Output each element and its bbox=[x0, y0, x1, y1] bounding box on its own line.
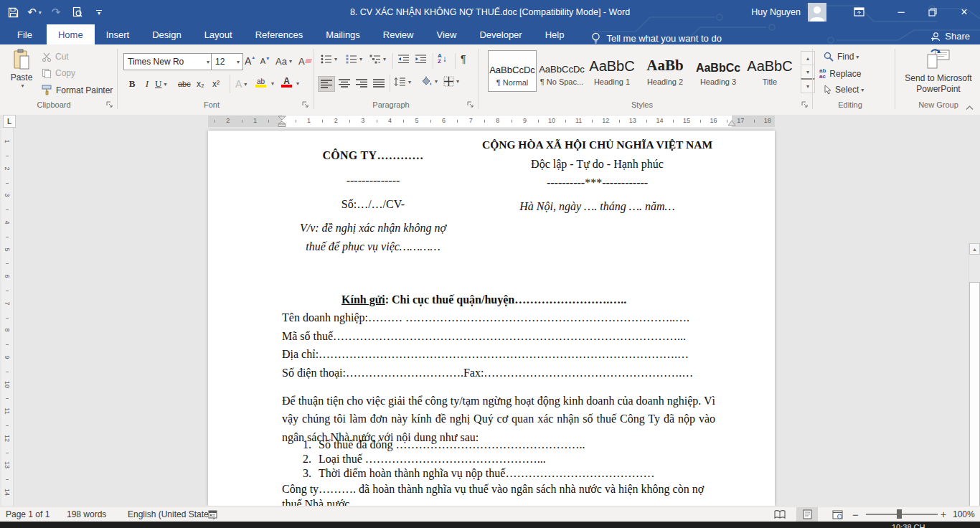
undo-icon[interactable]: ↶▾ bbox=[27, 4, 42, 20]
multilevel-dropdown-icon[interactable]: ▾ bbox=[383, 56, 386, 62]
save-icon[interactable] bbox=[6, 4, 20, 20]
justify-button[interactable] bbox=[371, 76, 387, 90]
tab-developer[interactable]: Developer bbox=[468, 24, 533, 44]
underline-dropdown-icon[interactable]: ▾ bbox=[164, 81, 166, 88]
ribbon-display-options-icon[interactable] bbox=[845, 0, 872, 24]
tab-references[interactable]: References bbox=[244, 24, 314, 44]
subscript-button[interactable]: x₂ bbox=[197, 76, 204, 92]
line-spacing-dropdown-icon[interactable]: ▾ bbox=[408, 79, 411, 85]
styles-dialog-launcher-icon[interactable] bbox=[801, 101, 809, 108]
h-ruler-band[interactable]: 21123456789101112131415161718 bbox=[208, 116, 775, 127]
send-to-powerpoint-button[interactable]: Send to Microsoft PowerPoint bbox=[898, 49, 979, 99]
paragraph-dialog-launcher-icon[interactable] bbox=[467, 101, 474, 108]
format-painter-button[interactable]: Format Painter bbox=[42, 85, 113, 95]
decrease-indent-button[interactable] bbox=[397, 55, 410, 64]
tab-mailings[interactable]: Mailings bbox=[314, 24, 372, 44]
shading-button[interactable]: ▾ bbox=[420, 76, 438, 87]
document-page[interactable]: CÔNG TY………… -------------- Số:…/…/CV- V/… bbox=[208, 131, 775, 506]
vertical-scrollbar[interactable]: ▲ ▼ bbox=[968, 242, 980, 506]
restore-button[interactable] bbox=[917, 0, 948, 24]
styles-scroll-down-icon[interactable]: ▾ bbox=[801, 65, 815, 79]
font-color-dropdown-icon[interactable]: ▾ bbox=[296, 80, 299, 87]
font-family-combobox[interactable]: Times New Ro▾ bbox=[123, 53, 213, 70]
zoom-slider-track[interactable] bbox=[866, 514, 938, 515]
tab-help[interactable]: Help bbox=[534, 24, 576, 44]
read-mode-button[interactable] bbox=[769, 507, 791, 522]
numbering-button[interactable]: ▾ bbox=[346, 55, 362, 64]
right-indent-marker-icon[interactable] bbox=[727, 120, 736, 127]
tab-layout[interactable]: Layout bbox=[193, 24, 244, 44]
shrink-font-button[interactable]: A▾ bbox=[258, 53, 271, 69]
font-family-dropdown-icon[interactable]: ▾ bbox=[207, 59, 209, 65]
zoom-in-button[interactable]: + bbox=[941, 506, 946, 522]
bullets-dropdown-icon[interactable]: ▾ bbox=[334, 56, 337, 62]
zoom-slider-thumb[interactable] bbox=[897, 509, 902, 519]
language-indicator[interactable]: English (United States) bbox=[128, 506, 216, 522]
macro-record-icon[interactable] bbox=[208, 506, 217, 522]
find-dropdown-icon[interactable]: ▾ bbox=[856, 54, 859, 60]
italic-button[interactable]: I bbox=[142, 76, 152, 92]
sort-button[interactable]: AZ ↓ bbox=[438, 53, 447, 65]
style-heading3[interactable]: AaBbCc Heading 3 bbox=[694, 50, 742, 90]
show-hide-marks-button[interactable]: ¶ bbox=[461, 53, 466, 65]
paste-dropdown-icon[interactable]: ▾ bbox=[21, 82, 24, 89]
tab-design[interactable]: Design bbox=[141, 24, 192, 44]
print-preview-icon[interactable] bbox=[70, 4, 85, 20]
tell-me-box[interactable]: Tell me what you want to do bbox=[591, 32, 721, 44]
font-color-button[interactable]: A bbox=[281, 75, 292, 90]
share-button[interactable]: Share bbox=[930, 31, 970, 42]
highlight-dropdown-icon[interactable]: ▾ bbox=[271, 80, 274, 87]
tab-insert[interactable]: Insert bbox=[95, 24, 141, 44]
indent-markers-left-icon[interactable] bbox=[277, 116, 287, 127]
numbering-dropdown-icon[interactable]: ▾ bbox=[359, 56, 362, 62]
user-name[interactable]: Huy Nguyen bbox=[751, 7, 801, 17]
select-button[interactable]: Select ▾ bbox=[824, 85, 864, 95]
bullets-button[interactable]: ▾ bbox=[321, 55, 337, 64]
styles-more-icon[interactable]: ▾ bbox=[801, 78, 815, 93]
strikethrough-button[interactable]: abc bbox=[178, 76, 191, 92]
clipboard-dialog-launcher-icon[interactable] bbox=[106, 101, 113, 108]
word-count[interactable]: 198 words bbox=[67, 506, 106, 522]
zoom-level[interactable]: 100% bbox=[953, 506, 975, 522]
font-dialog-launcher-icon[interactable] bbox=[302, 101, 309, 108]
bold-button[interactable]: B bbox=[126, 76, 138, 92]
increase-indent-button[interactable] bbox=[415, 55, 427, 64]
style-heading2[interactable]: AaBb Heading 2 bbox=[641, 50, 689, 90]
v-ruler-band[interactable]: 1234567891011121314 bbox=[1, 128, 14, 506]
style-heading1[interactable]: AaBbC Heading 1 bbox=[588, 50, 636, 90]
style-title[interactable]: AaBbC Title bbox=[746, 50, 793, 90]
shading-dropdown-icon[interactable]: ▾ bbox=[435, 78, 438, 85]
tab-file[interactable]: File bbox=[3, 24, 47, 44]
align-left-button[interactable] bbox=[318, 76, 335, 92]
multilevel-list-button[interactable]: ▾ bbox=[369, 55, 386, 64]
change-case-button[interactable]: Aa▾ bbox=[275, 53, 292, 69]
font-size-dropdown-icon[interactable]: ▾ bbox=[237, 59, 240, 65]
zoom-out-button[interactable]: − bbox=[852, 506, 859, 522]
replace-button[interactable]: abac Replace bbox=[819, 68, 861, 80]
superscript-button[interactable]: x² bbox=[212, 76, 220, 92]
customize-quick-access-icon[interactable]: ▾ bbox=[92, 4, 106, 20]
borders-dropdown-icon[interactable]: ▾ bbox=[456, 78, 459, 85]
styles-scroll-up-icon[interactable]: ▴ bbox=[801, 51, 815, 65]
minimize-button[interactable]: ─ bbox=[885, 0, 917, 24]
page-indicator[interactable]: Page 1 of 1 bbox=[6, 506, 50, 522]
borders-button[interactable]: ▾ bbox=[443, 76, 459, 87]
scroll-up-icon[interactable]: ▲ bbox=[969, 243, 980, 255]
align-right-button[interactable] bbox=[354, 76, 369, 90]
tab-review[interactable]: Review bbox=[372, 24, 425, 44]
clear-formatting-button[interactable]: A bbox=[298, 53, 311, 69]
avatar[interactable] bbox=[808, 3, 826, 22]
select-dropdown-icon[interactable]: ▾ bbox=[861, 87, 864, 93]
highlight-color-button[interactable]: ab bbox=[255, 75, 266, 90]
underline-button[interactable]: U▾ bbox=[155, 76, 166, 92]
collapse-ribbon-icon[interactable] bbox=[960, 103, 979, 113]
tab-selector-button[interactable]: L bbox=[3, 115, 16, 128]
print-layout-button[interactable] bbox=[796, 507, 818, 522]
grow-font-button[interactable]: A▴ bbox=[242, 53, 257, 69]
web-layout-button[interactable] bbox=[826, 507, 848, 522]
scrollbar-thumb[interactable] bbox=[969, 282, 980, 506]
find-button[interactable]: Find ▾ bbox=[824, 52, 859, 62]
font-size-combobox[interactable]: 12▾ bbox=[211, 53, 243, 70]
style-no-spacing[interactable]: AaBbCcDc ¶ No Spac... bbox=[538, 50, 585, 90]
paste-button[interactable]: Paste ▾ bbox=[6, 49, 37, 98]
